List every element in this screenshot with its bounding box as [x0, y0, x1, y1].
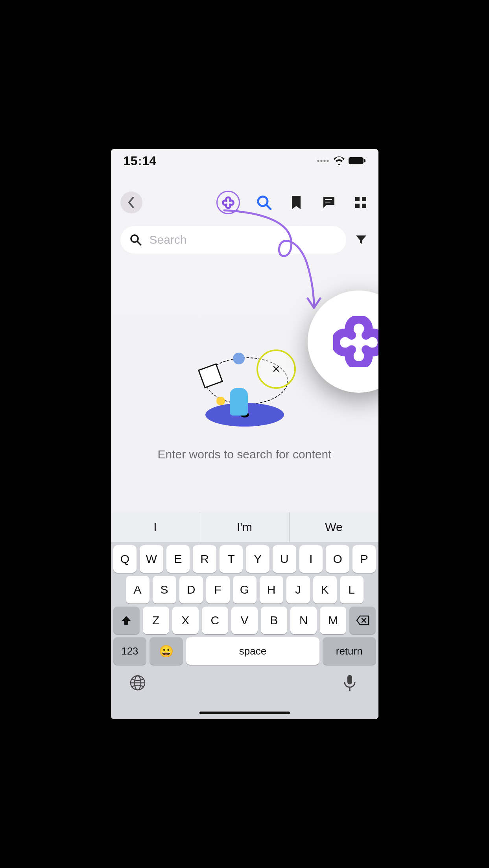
mic-icon [343, 674, 356, 691]
key-x[interactable]: X [172, 607, 199, 634]
filter-button[interactable] [353, 232, 369, 248]
space-key[interactable]: space [186, 637, 319, 665]
key-c[interactable]: C [202, 607, 228, 634]
shift-key[interactable] [113, 607, 140, 634]
svg-line-3 [267, 205, 271, 209]
numbers-key[interactable]: 123 [113, 637, 147, 665]
dictation-key[interactable] [343, 674, 360, 691]
quatrefoil-logo-icon [222, 196, 234, 209]
empty-message: Enter words to search for content [142, 448, 347, 461]
key-v[interactable]: V [231, 607, 258, 634]
search-box[interactable] [120, 226, 346, 254]
status-bar: 15:14 •••• [111, 149, 378, 173]
key-d[interactable]: D [179, 576, 203, 603]
key-m[interactable]: M [320, 607, 346, 634]
onscreen-keyboard: I I'm We QWERTYUIOP ASDFGHJKL ZXCVBNM 12… [111, 512, 378, 719]
key-i[interactable]: I [299, 545, 323, 573]
suggestion-1[interactable]: I [111, 512, 200, 542]
back-button[interactable] [120, 191, 142, 213]
keyboard-suggestions: I I'm We [111, 512, 378, 542]
search-icon [130, 234, 142, 246]
svg-rect-9 [362, 204, 366, 208]
key-b[interactable]: B [261, 607, 287, 634]
search-tab[interactable] [256, 194, 272, 211]
key-p[interactable]: P [352, 545, 376, 573]
key-t[interactable]: T [220, 545, 243, 573]
svg-rect-8 [355, 204, 360, 208]
comments-tab[interactable] [320, 194, 337, 211]
svg-rect-7 [362, 197, 366, 201]
key-f[interactable]: F [206, 576, 230, 603]
filter-icon [355, 234, 367, 246]
key-w[interactable]: W [140, 545, 163, 573]
wifi-icon [334, 156, 345, 165]
globe-key[interactable] [129, 674, 146, 691]
svg-rect-1 [364, 159, 365, 162]
svg-rect-6 [355, 197, 360, 201]
globe-icon [129, 674, 146, 691]
status-indicators: •••• [317, 156, 365, 166]
key-r[interactable]: R [193, 545, 216, 573]
search-icon [256, 195, 271, 210]
key-e[interactable]: E [166, 545, 190, 573]
search-row [120, 226, 369, 254]
emoji-key[interactable]: 😀 [149, 637, 183, 665]
key-q[interactable]: Q [113, 545, 137, 573]
key-y[interactable]: Y [246, 545, 269, 573]
key-j[interactable]: J [286, 576, 310, 603]
top-toolbar [111, 187, 378, 218]
key-n[interactable]: N [290, 607, 317, 634]
svg-line-11 [138, 242, 141, 245]
svg-rect-0 [349, 157, 364, 164]
suggestion-2[interactable]: I'm [200, 512, 289, 542]
svg-point-10 [131, 235, 138, 242]
backspace-icon [356, 615, 369, 625]
chevron-left-icon [127, 197, 135, 208]
key-h[interactable]: H [260, 576, 283, 603]
key-a[interactable]: A [126, 576, 149, 603]
cellular-dots-icon: •••• [317, 156, 329, 166]
ai-tab[interactable] [216, 191, 240, 214]
bookmarks-tab[interactable] [288, 194, 304, 211]
shift-icon [121, 615, 131, 625]
key-s[interactable]: S [153, 576, 176, 603]
key-z[interactable]: Z [143, 607, 169, 634]
hint-arrow-icon [216, 208, 327, 318]
phone-screen: 15:14 •••• [111, 149, 378, 719]
emoji-icon: 😀 [159, 644, 173, 658]
empty-illustration [194, 349, 296, 428]
grid-icon [354, 196, 367, 209]
svg-rect-17 [347, 675, 352, 684]
apps-tab[interactable] [352, 194, 369, 211]
return-key[interactable]: return [323, 637, 376, 665]
key-o[interactable]: O [326, 545, 349, 573]
search-input[interactable] [149, 233, 337, 246]
suggestion-3[interactable]: We [289, 512, 378, 542]
battery-icon [349, 156, 366, 165]
clock-time: 15:14 [124, 154, 157, 168]
quatrefoil-logo-icon [333, 316, 378, 367]
key-l[interactable]: L [340, 576, 364, 603]
key-k[interactable]: K [313, 576, 337, 603]
chat-icon [322, 196, 335, 209]
key-g[interactable]: G [233, 576, 256, 603]
backspace-key[interactable] [349, 607, 376, 634]
key-u[interactable]: U [273, 545, 296, 573]
bookmark-icon [291, 196, 301, 209]
